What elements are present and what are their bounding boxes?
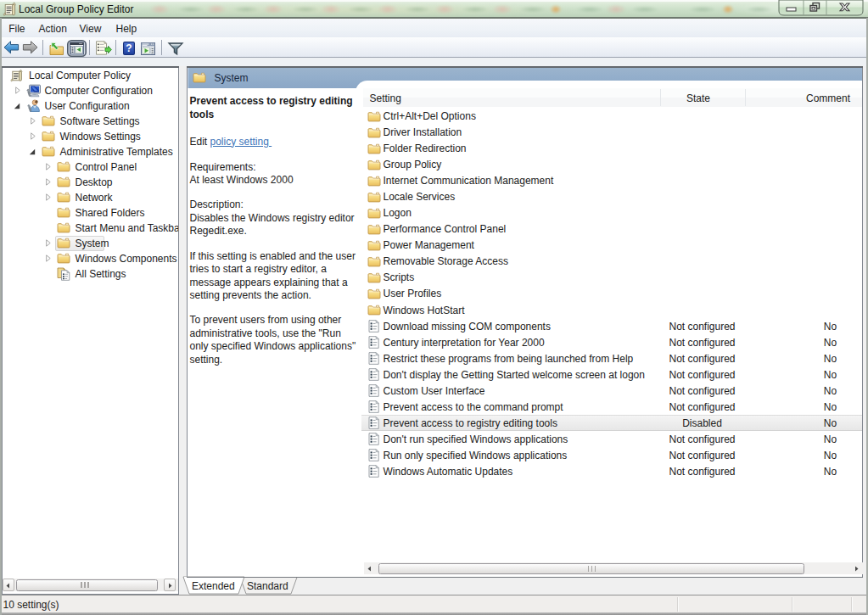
svg-text:?: ?: [126, 42, 132, 54]
